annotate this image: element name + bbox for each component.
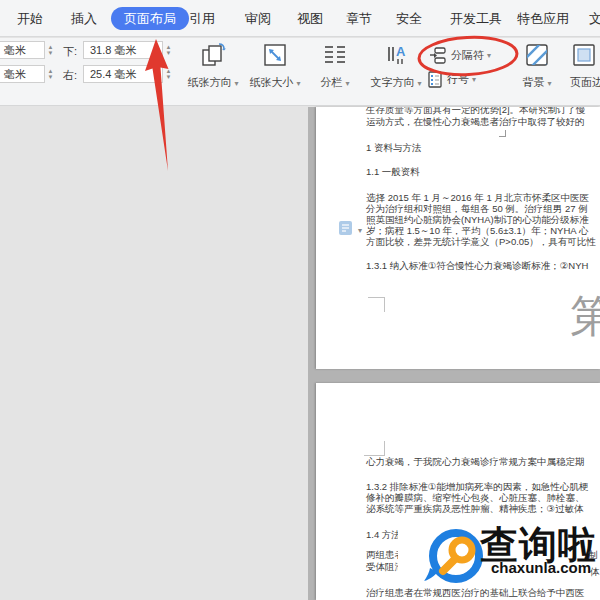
- tab-review[interactable]: 审阅: [245, 10, 271, 28]
- doc-text-line: 1.1 一般资料: [366, 166, 420, 179]
- ribbon-toolbar: 毫米 ▲▼ 下: 31.8 毫米 ▲▼ 毫米 ▲▼ 右: 25.4 毫米 ▲▼ …: [0, 38, 600, 106]
- doc-text-fragment: 制: [588, 549, 598, 562]
- paper-size-button[interactable]: 纸张大小 ▾: [246, 41, 304, 90]
- doc-text-line: 泌系统等严重疾病及恶性肿瘤、精神疾患；③过敏体: [366, 503, 584, 516]
- svg-text:A: A: [396, 44, 406, 59]
- margin-top-field[interactable]: 毫米: [0, 41, 45, 59]
- large-gray-heading-char: 第: [570, 287, 600, 346]
- tab-dev-tools[interactable]: 开发工具: [450, 10, 502, 28]
- doc-text-line: 运动方式，在慢性心力衰竭患者治疗中取得了较好的: [366, 116, 585, 129]
- margin-top-spinner[interactable]: ▲▼: [45, 41, 56, 59]
- group-dialog-launcher[interactable]: [499, 130, 506, 137]
- document-page-1[interactable]: 生存质量等方面具有一定的优势[2]。本研究制订了慢 运动方式，在慢性心力衰竭患者…: [316, 107, 600, 369]
- margin-left-field[interactable]: 毫米: [0, 65, 45, 83]
- chaxunla-watermark: 查询啦 chaxunla.com: [398, 524, 600, 586]
- tab-insert[interactable]: 插入: [71, 10, 97, 28]
- background-icon: [523, 55, 551, 72]
- doc-text-line: 1 资料与方法: [366, 142, 421, 155]
- doc-text-fragment: 体: [590, 566, 600, 579]
- tab-home[interactable]: 开始: [17, 10, 43, 28]
- doc-text-line: 方面比较，差异无统计学意义（P>0.05），具有可比性: [366, 236, 596, 249]
- tab-featured-apps[interactable]: 特色应用: [517, 10, 569, 28]
- chevron-down-icon: ▾: [418, 79, 422, 88]
- margin-bottom-field[interactable]: 31.8 毫米: [83, 41, 163, 59]
- margin-bottom-label: 下:: [63, 44, 77, 59]
- tab-clipped[interactable]: 文: [589, 10, 600, 28]
- margin-left-spinner[interactable]: ▲▼: [45, 65, 56, 83]
- page-settings-icon[interactable]: [338, 220, 353, 240]
- chevron-down-icon: ▾: [346, 79, 350, 88]
- margin-bottom-spinner[interactable]: ▲▼: [163, 41, 174, 59]
- breaks-icon: [429, 47, 447, 64]
- watermark-url-text: chaxunla.com: [491, 559, 591, 576]
- doc-text-line: 1.3.1 纳入标准①符合慢性心力衰竭诊断标准；②NYH: [366, 260, 588, 273]
- chevron-down-icon: ▾: [472, 75, 476, 84]
- chevron-down-icon: ▾: [548, 79, 552, 88]
- paper-orientation-button[interactable]: 纸张方向 ▾: [184, 41, 242, 90]
- background-button[interactable]: 背景 ▾: [514, 41, 560, 90]
- text-direction-button[interactable]: A 文字方向 ▾: [366, 41, 426, 90]
- paper-orientation-icon: [199, 55, 227, 72]
- tab-security[interactable]: 安全: [396, 10, 422, 28]
- doc-text-line: 心力衰竭，于我院心力衰竭诊疗常规方案中属稳定期: [366, 456, 585, 469]
- tab-view[interactable]: 视图: [297, 10, 323, 28]
- chevron-down-icon: ▾: [297, 79, 301, 88]
- doc-text-line: 1.4 方法: [366, 529, 401, 542]
- margin-right-label: 右:: [63, 68, 77, 83]
- paper-size-icon: [261, 55, 289, 72]
- menu-bar: 开始 插入 页面布局 引用 审阅 视图 章节 安全 开发工具 特色应用 文: [0, 0, 600, 37]
- margin-right-field[interactable]: 25.4 毫米: [83, 65, 163, 83]
- margin-crop-mark: [364, 441, 385, 456]
- line-numbers-icon: [427, 71, 443, 88]
- chevron-down-icon: ▾: [487, 51, 491, 60]
- page-border-button[interactable]: 页面边: [570, 41, 600, 90]
- tab-references[interactable]: 引用: [189, 10, 215, 28]
- text-direction-icon: A: [382, 55, 410, 72]
- tab-section[interactable]: 章节: [346, 10, 372, 28]
- margin-crop-mark: [368, 297, 385, 312]
- breaks-button[interactable]: 分隔符 ▾: [429, 47, 491, 64]
- chevron-down-icon: ▾: [235, 79, 239, 88]
- chaxunla-logo-icon: [398, 524, 490, 590]
- margin-right-spinner[interactable]: ▲▼: [163, 65, 174, 83]
- page-border-icon: [570, 55, 598, 72]
- columns-button[interactable]: 分栏 ▾: [312, 41, 358, 90]
- tab-page-layout[interactable]: 页面布局: [111, 7, 189, 30]
- line-numbers-button[interactable]: 行号 ▾: [427, 71, 476, 88]
- chevron-down-icon[interactable]: ▾: [358, 226, 362, 235]
- columns-icon: [321, 55, 349, 72]
